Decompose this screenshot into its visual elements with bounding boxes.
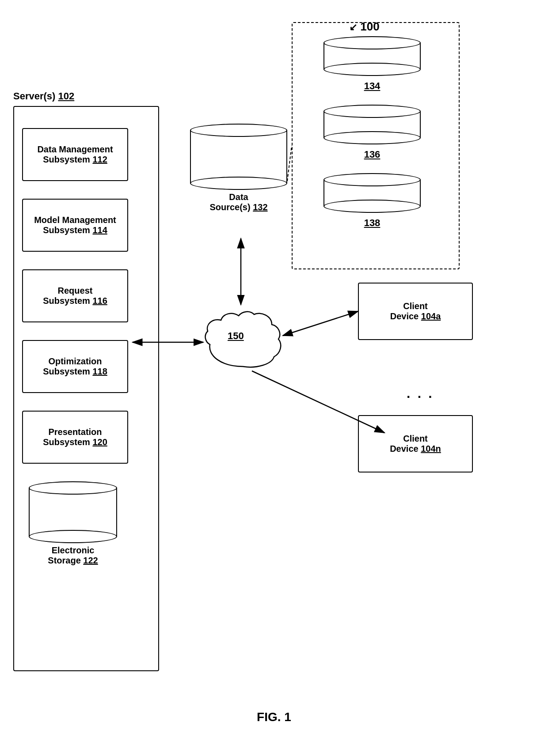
client-n-label: ClientDevice 104n [390,434,441,454]
subsystem-label-120: PresentationSubsystem 120 [43,427,107,447]
cyl-top-134 [323,36,421,49]
server-label: Server(s) 102 [13,91,74,102]
electronic-storage: ElectronicStorage 122 [29,481,117,566]
data-source-top [190,124,287,137]
ellipsis: · · · [407,389,434,404]
cyl-bottom-136 [323,131,421,144]
server-id: 102 [58,91,75,102]
cloud-label: 150 [228,330,244,342]
client-device-104a: ClientDevice 104a [358,283,473,340]
cyl-label-136: 136 [323,149,421,160]
cyl-bottom-134 [323,63,421,76]
subsystem-box-116: RequestSubsystem 116 [22,269,128,322]
cyl-bottom-138 [323,200,421,213]
subsystem-box-118: OptimizationSubsystem 118 [22,340,128,393]
cloud-150: 150 [203,309,283,373]
cyl-body-122 [29,488,117,537]
cyl-top-136 [323,105,421,118]
svg-line-4 [287,146,292,181]
cylinder-138: 138 [323,173,421,229]
data-source-bottom [190,177,287,190]
dashed-box-100: 134 136 138 [292,22,460,269]
label-100: ↙ 100 [349,20,380,34]
data-source-body [190,130,287,183]
electronic-storage-label: ElectronicStorage 122 [29,545,117,566]
client-device-104n: ClientDevice 104n [358,415,473,472]
client-a-label: ClientDevice 104a [390,301,441,321]
subsystem-label-116: RequestSubsystem 116 [43,286,107,306]
data-source: DataSource(s) 132 [190,124,287,212]
subsystem-label-112: Data ManagementSubsystem 112 [37,144,113,165]
figure-label: FIG. 1 [257,710,291,724]
cyl-label-134: 134 [323,80,421,92]
cyl-top-138 [323,173,421,186]
cyl-bottom-122 [29,530,117,543]
subsystem-box-114: Model ManagementSubsystem 114 [22,199,128,252]
subsystem-label-118: OptimizationSubsystem 118 [43,356,107,377]
svg-line-6 [283,311,358,336]
subsystem-label-114: Model ManagementSubsystem 114 [34,215,116,235]
subsystem-box-120: PresentationSubsystem 120 [22,411,128,464]
subsystem-box-112: Data ManagementSubsystem 112 [22,128,128,181]
cyl-label-138: 138 [323,217,421,229]
cyl-top-122 [29,481,117,495]
data-source-label: DataSource(s) 132 [190,192,287,212]
cylinder-134: 134 [323,36,421,92]
cylinder-136: 136 [323,105,421,160]
